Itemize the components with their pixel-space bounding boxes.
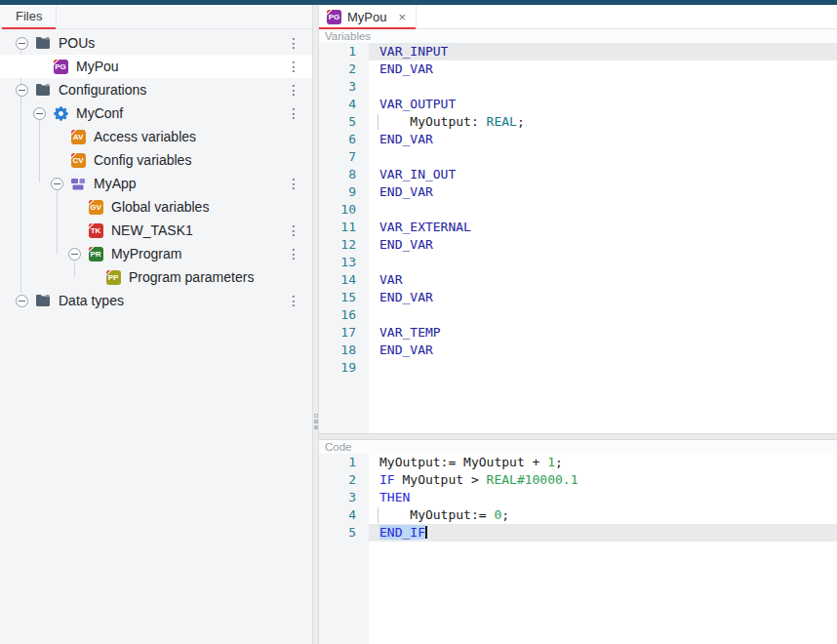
code-token: VAR_IN_OUT [379, 167, 456, 181]
code-token: ; [517, 114, 525, 129]
indent-guide-line [378, 114, 379, 130]
code-token: VAR_EXTERNAL [379, 220, 471, 234]
tree-item-label: Configurations [59, 82, 146, 98]
code-line[interactable]: 1MyOutput:= MyOutput + 1; [319, 454, 837, 471]
variables-line[interactable]: 7 [319, 148, 837, 166]
tab-files[interactable]: Files [2, 5, 57, 28]
code-token: THEN [379, 490, 410, 504]
code-token: MyOutput: [379, 114, 487, 129]
editor-tab-bar: PG MyPou × [319, 5, 837, 29]
kebab-menu-icon[interactable]: ⋮ [287, 247, 300, 261]
variables-line[interactable]: 5 MyOutput: REAL; [319, 113, 837, 131]
tree-item-configurations[interactable]: Configurations⋮ [0, 78, 312, 101]
variables-line[interactable]: 12END_VAR [319, 236, 837, 254]
source-text [369, 78, 837, 96]
tree-item-label: POUs [59, 35, 95, 51]
variables-line[interactable]: 6END_VAR [319, 131, 837, 148]
variables-line[interactable]: 4VAR_OUTPUT [319, 96, 837, 113]
files-panel: Files POUs⋮PGMyPou⋮Configurations⋮MyConf… [0, 5, 312, 644]
tree-item-data-types[interactable]: Data types⋮ [0, 289, 312, 312]
collapse-toggle-icon[interactable] [16, 295, 28, 307]
source-text: END_VAR [369, 60, 837, 78]
collapse-toggle-icon[interactable] [68, 248, 81, 261]
code-token: END_VAR [379, 132, 433, 146]
code-token: IF [379, 472, 395, 487]
kebab-menu-icon[interactable]: ⋮ [287, 177, 300, 190]
line-number: 19 [319, 359, 369, 377]
tree-item-global-variables[interactable]: GVGlobal variables [0, 195, 312, 219]
pr-badge-icon: PR [89, 247, 103, 262]
kebab-menu-icon[interactable]: ⋮ [287, 294, 300, 307]
close-tab-icon[interactable]: × [398, 10, 406, 24]
av-badge-icon: AV [70, 129, 86, 144]
cv-badge-icon: CV [71, 153, 86, 168]
tree-item-config-variables[interactable]: CVConfig variables [0, 148, 312, 172]
source-text [369, 306, 837, 324]
source-text: THEN [369, 489, 837, 506]
tree-item-label: Global variables [111, 199, 209, 215]
tab-mypou[interactable]: PG MyPou × [319, 5, 417, 28]
tree-item-label: MyPou [76, 59, 119, 74]
code-token: VAR_TEMP [379, 325, 441, 340]
section-splitter[interactable] [319, 433, 837, 440]
collapse-toggle-icon[interactable] [16, 37, 28, 50]
kebab-menu-icon[interactable]: ⋮ [287, 106, 300, 120]
variables-line[interactable]: 9END_VAR [319, 183, 837, 201]
tab-files-label: Files [16, 9, 42, 23]
variables-line[interactable]: 16 [319, 306, 837, 324]
line-number: 18 [319, 342, 369, 359]
kebab-menu-icon[interactable]: ⋮ [287, 36, 300, 50]
collapse-toggle-icon[interactable] [51, 178, 63, 190]
panel-splitter[interactable] [312, 5, 319, 644]
collapse-toggle-icon[interactable] [33, 107, 46, 120]
source-text: VAR [369, 271, 837, 289]
variables-line[interactable]: 10 [319, 201, 837, 219]
line-number: 4 [319, 506, 369, 524]
variables-line[interactable]: 13 [319, 254, 837, 271]
collapse-toggle-icon[interactable] [16, 84, 28, 97]
tree-item-myapp[interactable]: MyApp⋮ [0, 172, 312, 195]
variables-line[interactable]: 15END_VAR [319, 289, 837, 306]
tree-item-label: NEW_TASK1 [111, 222, 193, 238]
tree-item-myconf[interactable]: MyConf⋮ [0, 101, 312, 125]
variables-line[interactable]: 19 [319, 359, 837, 377]
variables-code-area[interactable]: 1VAR_INPUT2END_VAR34VAR_OUTPUT5 MyOutput… [319, 43, 837, 433]
code-token: VAR_OUTPUT [379, 97, 456, 111]
variables-line[interactable]: 14VAR [319, 271, 837, 289]
variables-line[interactable]: 8VAR_IN_OUT [319, 166, 837, 183]
left-panel-tab-bar: Files [0, 5, 312, 29]
tree-item-pous[interactable]: POUs⋮ [0, 31, 312, 55]
variables-line[interactable]: 18END_VAR [319, 342, 837, 359]
tree-item-program-parameters[interactable]: PPProgram parameters [0, 265, 312, 289]
pr-badge-icon: PR [88, 246, 103, 262]
variables-line[interactable]: 17VAR_TEMP [319, 324, 837, 342]
line-number: 14 [319, 271, 369, 289]
line-number: 4 [319, 96, 369, 113]
code-token: MyOutput:= [379, 507, 494, 522]
code-code-area[interactable]: 1MyOutput:= MyOutput + 1;2IF MyOutput > … [319, 454, 837, 644]
tree-item-label: Config variables [94, 152, 191, 168]
kebab-menu-icon[interactable]: ⋮ [287, 60, 300, 73]
code-line[interactable]: 5END_IF [319, 524, 837, 542]
tree-item-new-task1[interactable]: TKNEW_TASK1⋮ [0, 219, 312, 242]
code-line[interactable]: 4 MyOutput:= 0; [319, 506, 837, 524]
tree-item-myprogram[interactable]: PRMyProgram⋮ [0, 242, 312, 265]
tree-item-mypou[interactable]: PGMyPou⋮ [0, 55, 312, 78]
kebab-menu-icon[interactable]: ⋮ [287, 223, 300, 237]
variables-line[interactable]: 2END_VAR [319, 60, 837, 78]
source-text: VAR_EXTERNAL [369, 219, 837, 236]
line-number: 10 [319, 201, 369, 219]
variables-line[interactable]: 11VAR_EXTERNAL [319, 219, 837, 236]
tree-item-access-variables[interactable]: AVAccess variables [0, 125, 312, 148]
kebab-menu-icon[interactable]: ⋮ [287, 83, 300, 97]
code-line[interactable]: 2IF MyOutput > REAL#10000.1 [319, 471, 837, 489]
tree-item-label: MyProgram [111, 246, 181, 262]
code-line[interactable]: 3THEN [319, 489, 837, 506]
source-text: END_VAR [369, 183, 837, 201]
text-caret [425, 526, 427, 539]
variables-line[interactable]: 3 [319, 78, 837, 96]
source-text: END_VAR [369, 289, 837, 306]
variables-line[interactable]: 1VAR_INPUT [319, 43, 837, 60]
line-number: 1 [319, 43, 369, 60]
tree-item-label: Program parameters [129, 269, 254, 285]
